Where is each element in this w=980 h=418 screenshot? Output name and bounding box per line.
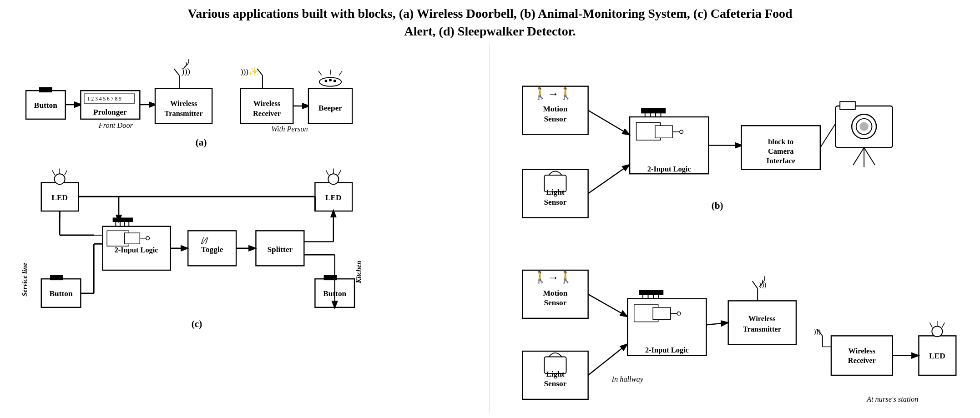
svg-point-26 <box>325 80 328 83</box>
svg-line-150 <box>753 281 758 288</box>
svg-text:Service line: Service line <box>20 263 28 297</box>
svg-text:Motion: Motion <box>543 289 568 297</box>
svg-line-13 <box>174 69 179 76</box>
svg-point-66 <box>328 174 338 185</box>
svg-line-67 <box>326 171 328 176</box>
svg-text:Wireless: Wireless <box>170 99 197 108</box>
svg-text:Receiver: Receiver <box>848 356 876 365</box>
svg-text:🚶→🚶: 🚶→🚶 <box>533 270 573 284</box>
left-half: Button Prolonger 1 2 3 4 5 6 7 8 9 Wirel… <box>9 45 490 413</box>
svg-line-144 <box>588 345 627 375</box>
svg-text:Beeper: Beeper <box>318 104 342 112</box>
svg-rect-99 <box>655 126 673 138</box>
svg-text:2-Input Logic: 2-Input Logic <box>647 165 691 174</box>
svg-text:Front Door: Front Door <box>98 121 133 130</box>
svg-text:Toggle: Toggle <box>201 245 223 254</box>
svg-line-152 <box>707 323 727 325</box>
svg-text:/⁄/: /⁄/ <box>201 236 208 247</box>
svg-text:(b): (b) <box>712 201 723 212</box>
svg-line-69 <box>338 171 341 176</box>
svg-text:(a): (a) <box>196 137 207 148</box>
svg-line-108 <box>588 165 629 194</box>
page-container: Various applications built with blocks, … <box>0 0 980 418</box>
svg-point-28 <box>333 80 336 83</box>
svg-text:Button: Button <box>50 289 73 298</box>
svg-line-119 <box>820 124 836 148</box>
svg-text:1 2 3 4 5 6 7 8 9: 1 2 3 4 5 6 7 8 9 <box>87 96 121 102</box>
svg-text:Splitter: Splitter <box>267 245 293 254</box>
svg-text:Sensor: Sensor <box>544 298 566 307</box>
svg-text:2-Input Logic: 2-Input Logic <box>645 346 689 354</box>
svg-point-37 <box>55 174 65 185</box>
svg-text:🚶→🚶: 🚶→🚶 <box>533 86 573 101</box>
svg-text:Prolonger: Prolonger <box>93 108 127 117</box>
svg-text:LED: LED <box>51 193 68 202</box>
right-diagram-svg: Motion Sensor 🚶→🚶 Light Sensor 2-Input L… <box>492 47 969 410</box>
svg-line-31 <box>339 71 342 76</box>
svg-text:Wireless: Wireless <box>253 99 280 108</box>
svg-text:Motion: Motion <box>543 105 568 114</box>
svg-text:Light: Light <box>546 370 565 378</box>
svg-text:block to: block to <box>768 137 793 146</box>
svg-text:Sensor: Sensor <box>544 115 566 123</box>
svg-text:)))✨: )))✨ <box>241 66 258 76</box>
svg-text:Wireless: Wireless <box>748 314 775 323</box>
svg-line-120 <box>853 148 864 166</box>
svg-line-107 <box>588 111 629 135</box>
svg-text:Interface: Interface <box>766 156 795 165</box>
svg-text:Camera: Camera <box>768 147 793 156</box>
svg-text:Sensor: Sensor <box>544 198 566 206</box>
svg-text:Wireless: Wireless <box>849 347 875 355</box>
svg-point-162 <box>932 327 942 337</box>
svg-text:Light: Light <box>546 188 565 197</box>
svg-rect-47 <box>125 233 140 244</box>
page-title: Various applications built with blocks, … <box>9 5 971 40</box>
svg-text:At nurse's station: At nurse's station <box>866 395 918 403</box>
svg-text:(c): (c) <box>192 318 202 329</box>
svg-text:In hallway: In hallway <box>611 375 644 384</box>
svg-line-40 <box>65 171 67 176</box>
svg-text:))): ))) <box>813 327 820 336</box>
svg-rect-142 <box>639 290 663 296</box>
svg-text:Transmitter: Transmitter <box>165 109 203 118</box>
svg-rect-135 <box>653 307 671 320</box>
svg-line-38 <box>52 171 55 176</box>
svg-text:2-Input Logic: 2-Input Logic <box>115 246 158 255</box>
svg-text:Transmitter: Transmitter <box>743 325 781 333</box>
svg-text:(d): (d) <box>773 408 784 411</box>
svg-rect-56 <box>113 218 133 222</box>
svg-text:With Person: With Person <box>271 125 308 133</box>
svg-line-165 <box>942 323 945 328</box>
svg-text:Sensor: Sensor <box>544 379 566 388</box>
svg-text:Kitchen: Kitchen <box>354 261 362 284</box>
svg-text:Button: Button <box>34 101 57 110</box>
svg-rect-117 <box>840 102 855 110</box>
svg-point-118 <box>859 122 868 131</box>
svg-rect-106 <box>641 108 666 114</box>
svg-text:))): ))) <box>759 281 766 289</box>
svg-line-163 <box>930 323 933 328</box>
right-half: Motion Sensor 🚶→🚶 Light Sensor 2-Input L… <box>490 45 971 413</box>
svg-line-122 <box>864 148 875 166</box>
svg-rect-153 <box>831 336 893 376</box>
svg-text:LED: LED <box>929 352 945 361</box>
left-diagram-svg: Button Prolonger 1 2 3 4 5 6 7 8 9 Wirel… <box>11 47 487 410</box>
svg-text:))): ))) <box>182 66 190 76</box>
svg-text:LED: LED <box>325 193 342 202</box>
svg-line-143 <box>588 294 627 316</box>
svg-point-27 <box>329 79 332 82</box>
svg-line-29 <box>318 71 322 76</box>
svg-text:Receiver: Receiver <box>253 109 281 118</box>
svg-rect-43 <box>50 275 63 281</box>
svg-rect-2 <box>39 87 52 93</box>
diagrams-container: Button Prolonger 1 2 3 4 5 6 7 8 9 Wirel… <box>9 45 971 413</box>
